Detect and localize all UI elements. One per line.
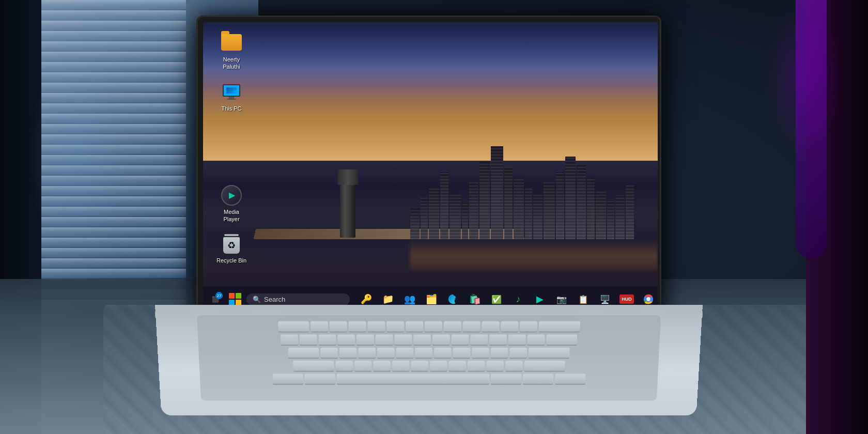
media-player-icon-item[interactable]: ▶ Media Player	[213, 185, 250, 224]
media-player-label: Media Player	[213, 208, 250, 224]
photo-background: Neerty Paluthi	[0, 0, 868, 434]
hud-icon: HUD	[619, 295, 634, 304]
win-square-1	[229, 293, 235, 299]
lighthouse	[340, 169, 355, 231]
svg-point-1	[646, 297, 650, 301]
monitor-icon	[221, 82, 242, 102]
spotify-icon: ♪	[516, 294, 521, 305]
right-accent	[796, 0, 827, 258]
search-box[interactable]: 🔍 Search	[246, 293, 350, 305]
rdp-icon: 🖥️	[600, 295, 610, 304]
folder-icon-item[interactable]: Neerty Paluthi	[213, 33, 250, 71]
desktop-icons: Neerty Paluthi	[213, 33, 250, 265]
search-label: Search	[264, 296, 285, 303]
app1-icon: 📷	[556, 295, 567, 304]
laptop-screen[interactable]: Neerty Paluthi	[203, 22, 658, 312]
windows-logo	[229, 293, 241, 305]
keyboard-body	[197, 315, 661, 401]
media-icon: ▶	[536, 293, 544, 305]
recycle-bin-label: Recycle Bin	[215, 256, 248, 265]
laptop-container: Neerty Paluthi	[196, 16, 682, 419]
tasks-icon: ✅	[491, 295, 502, 304]
this-pc-icon-item[interactable]: This PC	[213, 82, 250, 113]
folder-label: Neerty Paluthi	[221, 55, 242, 71]
chrome-icon	[643, 293, 654, 305]
notification-badge: 27	[215, 292, 223, 299]
store-icon: 🛍️	[469, 293, 481, 305]
notepad-icon: 📋	[578, 295, 588, 304]
wallpaper	[203, 22, 658, 312]
edge-icon	[447, 293, 459, 305]
laptop-keyboard-area	[155, 305, 703, 415]
bitwarden-icon: 🔑	[361, 293, 372, 305]
folder-icon	[221, 33, 242, 53]
recycle-bin-icon: ♻	[221, 234, 242, 254]
this-pc-label: This PC	[220, 104, 243, 113]
city-lights-glow	[410, 239, 658, 270]
recycle-bin-icon-item[interactable]: ♻ Recycle Bin	[213, 234, 250, 265]
folder2-icon: 🗂️	[426, 293, 437, 305]
city-skyline	[410, 136, 658, 239]
search-icon: 🔍	[253, 296, 261, 303]
media-player-icon: ▶	[221, 185, 242, 206]
win-square-2	[236, 293, 241, 299]
teams-icon: 👥	[404, 293, 415, 305]
window-blinds	[41, 0, 186, 320]
laptop-screen-bezel: Neerty Paluthi	[196, 16, 661, 320]
file-explorer-icon: 📁	[382, 293, 394, 305]
